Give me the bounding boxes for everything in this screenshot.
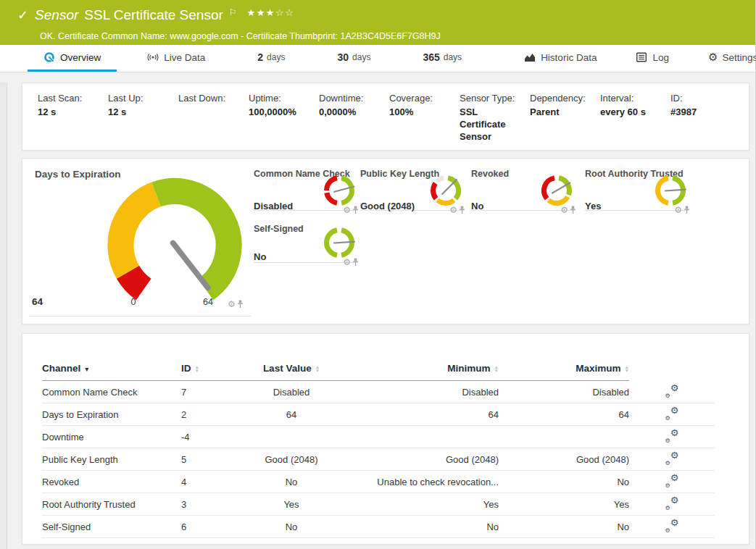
channel-settings-icon[interactable]: ⚙⚙	[665, 429, 679, 442]
channel-row[interactable]: Downtime -4 ⚙⚙	[42, 426, 715, 448]
gauge-scale-min: 0	[125, 297, 141, 307]
gear-icon[interactable]: ⚙	[449, 205, 457, 215]
col-header-id[interactable]: ID▲▼	[181, 363, 238, 381]
tab-settings[interactable]: ⚙ Settings	[699, 45, 756, 72]
gauge-title: Public Key Length	[360, 169, 439, 179]
cell-last-value: Yes	[238, 493, 345, 516]
gauge-title: Self-Signed	[254, 224, 304, 234]
cell-maximum: Yes	[499, 493, 629, 516]
tab-2-days[interactable]: 2 days	[249, 45, 294, 72]
channel-gauge-cell[interactable]: Root Authority Trusted Yes ⚙	[585, 169, 689, 211]
info-value: every 60 s	[600, 106, 658, 119]
gauge-icon	[43, 51, 55, 63]
channel-settings-icon[interactable]: ⚙⚙	[665, 407, 679, 419]
gauge-actions: ⚙	[343, 205, 359, 215]
tab-unit: days	[352, 52, 370, 62]
info-label: Downtime:	[319, 93, 385, 104]
channel-gauge-cell[interactable]: Public Key Length Good (2048) ⚙	[360, 169, 464, 211]
cell-maximum: Disabled	[499, 381, 629, 403]
sensor-status-message: OK. Certificate Common Name: www.google.…	[17, 26, 755, 41]
info-label: ID:	[670, 93, 736, 104]
tab-live-data[interactable]: Live Data	[138, 45, 214, 72]
cell-maximum: Good (2048)	[499, 448, 629, 471]
channel-row[interactable]: Days to Expiration 2 64 64 64 ⚙⚙	[42, 403, 715, 426]
info-label: Interval:	[600, 93, 666, 104]
col-header-channel[interactable]: Channel▾	[42, 363, 181, 381]
channel-settings-icon[interactable]: ⚙⚙	[665, 474, 679, 487]
channel-gauge-cell[interactable]: Revoked No ⚙	[471, 169, 575, 211]
cell-id: 7	[181, 381, 238, 403]
tab-label: Log	[652, 52, 669, 63]
channel-settings-icon[interactable]: ⚙⚙	[665, 385, 679, 397]
priority-stars[interactable]: ★★★☆☆	[247, 7, 295, 18]
tab-label: Historic Data	[541, 52, 597, 63]
cell-minimum: Unable to check revocation...	[345, 471, 499, 493]
big-gauge[interactable]	[77, 169, 273, 309]
col-header-maximum[interactable]: Maximum▲▼	[499, 363, 629, 381]
gear-icon[interactable]: ⚙	[228, 299, 236, 309]
tab-bar: Overview Live Data 2 days 30 days 365 da…	[0, 45, 755, 72]
info-label: Coverage:	[389, 93, 455, 104]
cell-channel: Days to Expiration	[42, 403, 181, 426]
tab-365-days[interactable]: 365 days	[414, 45, 470, 72]
cell-minimum: Yes	[345, 493, 499, 516]
pin-icon[interactable]	[459, 206, 465, 214]
pin-icon[interactable]	[352, 258, 359, 267]
channel-gauge-cell[interactable]: Self-Signed No ⚙	[254, 224, 357, 263]
channel-row[interactable]: Public Key Length 5 Good (2048) Good (20…	[42, 448, 715, 471]
info-value: SSL Certificate Sensor	[460, 106, 518, 143]
divider	[29, 316, 251, 317]
cell-id: 5	[181, 448, 238, 471]
gear-icon[interactable]: ⚙	[674, 205, 682, 215]
cell-minimum	[345, 426, 499, 448]
channel-row[interactable]: Root Authority Trusted 3 Yes Yes Yes ⚙⚙	[42, 493, 715, 516]
pin-icon[interactable]	[237, 300, 244, 309]
gauge-actions: ⚙	[343, 257, 359, 267]
gear-icon[interactable]: ⚙	[560, 205, 568, 215]
sensor-header: ✓ Sensor SSL Certificate Sensor ⚐ ★★★☆☆ …	[0, 0, 755, 45]
pin-icon[interactable]	[570, 206, 576, 214]
gauge-title: Revoked	[471, 169, 509, 179]
channel-row[interactable]: Common Name Check 7 Disabled Disabled Di…	[42, 381, 715, 403]
info-field: Sensor Type: SSL Certificate Sensor	[460, 93, 530, 150]
tab-log[interactable]: Log	[627, 45, 678, 72]
cell-id: 3	[181, 493, 238, 516]
info-field: Dependency: Parent	[530, 93, 600, 150]
stars-empty[interactable]: ☆☆	[275, 7, 294, 18]
channel-row[interactable]: Revoked 4 No Unable to check revocation.…	[42, 471, 715, 493]
col-header-last-value[interactable]: Last Value▲▼	[238, 363, 345, 381]
channel-gauge	[322, 173, 357, 208]
info-label: Sensor Type:	[460, 93, 526, 104]
channel-gauge	[653, 173, 688, 208]
info-label: Last Scan:	[38, 93, 104, 104]
tab-historic-data[interactable]: Historic Data	[515, 45, 605, 72]
gauge-actions: ⚙	[560, 205, 576, 215]
cell-channel: Revoked	[42, 471, 181, 493]
channel-row[interactable]: Self-Signed 6 No No No ⚙⚙	[42, 516, 715, 538]
sort-icon: ▲▼	[315, 365, 320, 372]
channel-settings-icon[interactable]: ⚙⚙	[665, 452, 679, 464]
info-field: Uptime: 100,0000%	[249, 93, 319, 150]
stars-filled[interactable]: ★★★	[247, 7, 275, 18]
channel-gauge-cell[interactable]: Common Name Check Disabled ⚙	[254, 169, 357, 211]
channel-settings-icon[interactable]: ⚙⚙	[665, 519, 679, 532]
col-header-minimum[interactable]: Minimum▲▼	[345, 363, 499, 381]
info-field: Downtime: 0,0000%	[319, 93, 389, 150]
channel-table-panel: Channel▾ ID▲▼ Last Value▲▼ Minimum▲▼ Max…	[22, 333, 749, 545]
channel-settings-icon[interactable]: ⚙⚙	[665, 497, 679, 509]
log-list-icon	[636, 51, 647, 63]
info-field: Last Scan: 12 s	[38, 93, 108, 150]
tab-overview[interactable]: Overview	[28, 45, 117, 72]
prtg-sensor-page: ✓ Sensor SSL Certificate Sensor ⚐ ★★★☆☆ …	[0, 0, 756, 549]
priority-flag-icon[interactable]: ⚐	[229, 7, 237, 17]
pin-icon[interactable]	[684, 206, 690, 214]
gear-icon[interactable]: ⚙	[343, 257, 351, 267]
info-field: Last Down:	[178, 93, 249, 150]
tab-30-days[interactable]: 30 days	[328, 45, 379, 72]
cell-minimum: No	[345, 516, 499, 538]
gear-icon: ⚙	[708, 51, 718, 64]
gauge-actions: ⚙	[674, 205, 690, 215]
gear-icon[interactable]: ⚙	[343, 205, 351, 215]
sort-icon: ▲▼	[625, 365, 629, 372]
pin-icon[interactable]	[352, 206, 359, 214]
